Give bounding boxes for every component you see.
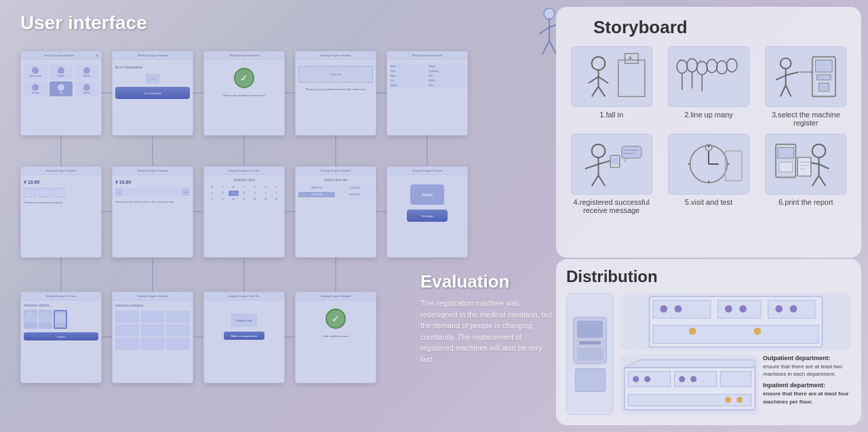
make-appt-btn[interactable]: Make an appointment [224, 332, 264, 340]
storyboard-img-2 [668, 46, 749, 107]
svg-point-109 [689, 328, 696, 335]
svg-line-26 [549, 41, 556, 54]
svg-rect-116 [628, 395, 751, 406]
screen-card-insert[interactable]: Nanjing Tongren Hospital Card slot Pleas… [295, 51, 376, 136]
scene-1-svg [572, 47, 652, 106]
register-arrow: → [115, 74, 190, 83]
distribution-content: Outpatient department: ensure that there… [566, 293, 851, 415]
screen-recharge[interactable]: Nanjing Tongren Hospital Display Recharg… [387, 166, 468, 258]
doctor-cards [24, 310, 98, 329]
inpatient-text: ensure that there are at least four mach… [763, 390, 851, 405]
menu-item[interactable]: Search [75, 81, 98, 96]
machine-base [575, 368, 606, 392]
screen-card-success[interactable]: Nanjing Tongren Hospital ✓ Please pay at… [203, 51, 285, 136]
distribution-panel: Distribution [556, 259, 861, 425]
distribution-title: Distribution [566, 267, 851, 286]
go-to-hospital-btn[interactable]: Go to Hospital [115, 87, 190, 99]
menu-item[interactable]: Pay [50, 81, 73, 96]
machine-screen [577, 321, 603, 338]
svg-line-22 [539, 27, 549, 34]
menu-icon [32, 67, 39, 74]
doctor-photo-3 [54, 310, 67, 329]
svg-marker-112 [625, 360, 755, 368]
payment-hint: Please choose payment method [24, 201, 98, 204]
screen-card-reading[interactable]: Nanjing Tongren Hospital ✓ Card reading … [295, 292, 376, 383]
storyboard-panel: Storyboard [556, 7, 861, 258]
inpatient-label: Inpatient department: [763, 382, 851, 389]
screen-registration-confirm[interactable]: Nanjing Tongren Hospital Be in Hospitali… [112, 51, 193, 136]
recharge-btn[interactable]: Recharge [407, 210, 448, 222]
category-grid [115, 311, 190, 350]
screen-dot [96, 54, 98, 57]
screen-appointment[interactable]: Nanjing Tongren Time Sle. Register Day M… [203, 292, 285, 383]
recharge-area: Display Recharge [390, 184, 465, 222]
screen-header-text: Nanjing Tongren Hospital [390, 54, 465, 57]
appointment-area: Register Day Make an appointment [207, 313, 281, 340]
machine-bottom [577, 348, 603, 360]
screen-category-select[interactable]: Nanjing Tongren Hospital Selection categ… [112, 292, 193, 383]
screen-payment-info[interactable]: Nanjing Tongren Hospital NamePatient Dep… [387, 51, 468, 136]
scene-3-svg [766, 47, 846, 106]
svg-point-104 [675, 305, 682, 313]
svg-rect-56 [816, 60, 832, 73]
map-text-panel: Outpatient department: ensure that there… [763, 355, 851, 415]
evaluation-text: This registration machine was redesigned… [420, 298, 553, 365]
screen-time-select-2[interactable]: Nanjing Tongren Hospital Select time slo… [295, 166, 376, 258]
outpatient-map-svg [620, 293, 851, 351]
menu-item[interactable]: Records [24, 81, 47, 96]
card-reading-text: Card reading success [298, 334, 373, 338]
inpatient-map [620, 355, 759, 415]
svg-rect-100 [717, 300, 761, 319]
amount-display: ¥ 10.80 [115, 180, 190, 184]
scene-5-svg [669, 134, 749, 194]
amount-hint: Please put your bill amount to the scan … [115, 200, 190, 203]
menu-item[interactable]: Results [75, 64, 98, 79]
screen-payment-method[interactable]: Nanjing Tongren Hospital ¥ 10.80 Please … [20, 166, 102, 258]
svg-rect-27 [572, 47, 651, 106]
storyboard-img-6 [765, 134, 846, 195]
screen-header-text: Nanjing Tongren Hospital [207, 54, 281, 57]
distribution-machine [566, 293, 614, 415]
storyboard-label-6: 6.print the report [778, 198, 833, 206]
screen-doctor-select[interactable]: Nanjing Tongren IV. clinic Selection doc… [20, 292, 102, 383]
screen-time-select[interactable]: Nanjing Tongren Disc Sta. Selection time… [203, 166, 285, 258]
doctor-photo-1 [24, 310, 37, 329]
pay-icon-alipay [24, 188, 36, 197]
card-success-icon: ✓ [326, 309, 346, 329]
storyboard-img-4 [571, 134, 652, 195]
svg-rect-91 [798, 157, 812, 176]
menu-item[interactable]: Quick access [24, 64, 47, 79]
confirm-btn[interactable]: confirm [24, 332, 98, 340]
select-time-label2: Select time slot [298, 178, 373, 182]
storyboard-label-2: 2.line up many [684, 111, 733, 119]
svg-point-108 [790, 305, 797, 313]
ui-title: User interface [20, 12, 147, 34]
payment-icons [24, 188, 98, 197]
storyboard-label-4: 4.registered successful receive message [566, 198, 656, 214]
doctor-photo-2 [39, 310, 52, 329]
svg-rect-48 [766, 47, 846, 106]
btn-label: Go to Hospital [144, 92, 161, 95]
success-text: Please pay attention to check area [207, 94, 281, 97]
screen-payment-amount[interactable]: Nanjing Tongren Hospital ¥ 10.80 - + Ple… [112, 166, 193, 258]
svg-point-118 [644, 376, 650, 382]
menu-icon [58, 67, 64, 74]
screen-header-text: Nanjing Tongren Hospital [115, 54, 190, 57]
inpatient-text-strong: ensure that there are at least four mach… [763, 391, 849, 404]
svg-rect-57 [817, 75, 831, 80]
storyboard-img-5 [668, 134, 749, 195]
svg-point-106 [739, 305, 747, 313]
card-prompt: Please pull your medical card into the r… [298, 87, 373, 91]
storyboard-title: Storyboard [593, 17, 851, 38]
storyboard-img-1 [571, 46, 652, 107]
menu-item[interactable]: Register [50, 64, 73, 79]
svg-rect-58 [819, 83, 829, 92]
menu-grid: Quick access Register Results Records Pa… [24, 64, 98, 96]
svg-point-105 [725, 305, 732, 313]
svg-point-110 [754, 328, 762, 335]
outpatient-text: ensure that there are at least two machi… [763, 363, 851, 378]
screen-main-menu[interactable]: Nanjing Tongren Hospital Quick access Re… [20, 51, 102, 136]
scene-2-svg [669, 47, 749, 106]
svg-rect-70 [621, 146, 641, 159]
inpatient-map-svg [620, 355, 759, 415]
